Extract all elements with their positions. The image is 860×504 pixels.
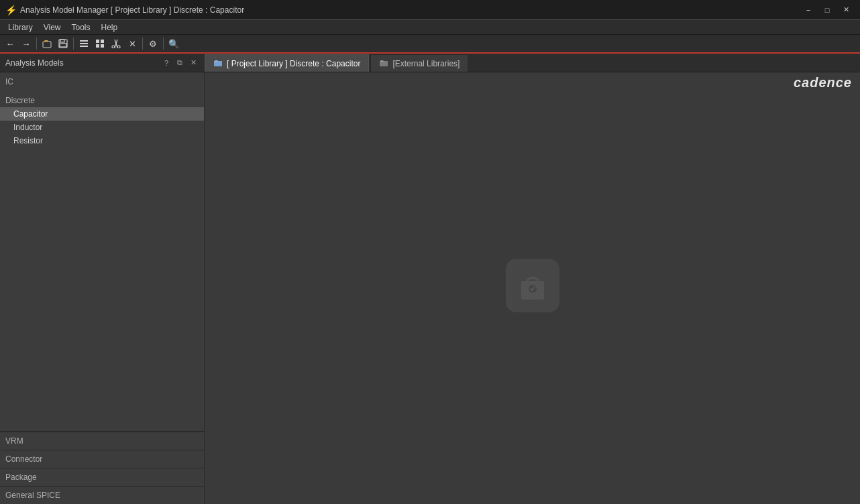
tab-project-library[interactable]: [ Project Library ] Discrete : Capacitor [205,54,369,72]
toolbar-list[interactable] [76,36,91,51]
category-vrm[interactable]: VRM [0,432,204,450]
toolbar-forward[interactable]: → [19,36,34,51]
tab-external-libraries[interactable]: [External Libraries] [370,54,468,72]
menu-help[interactable]: Help [96,21,123,34]
tree-item-inductor[interactable]: Inductor [0,121,204,134]
category-ic[interactable]: IC [0,75,204,88]
main-layout: Analysis Models ? ⧉ ✕ IC Discrete Capaci… [0,54,860,504]
menu-tools[interactable]: Tools [66,21,95,34]
tree-spacer-1 [0,88,204,94]
bottom-categories: VRM Connector Package General SPICE [0,431,204,504]
tab-label-1: [ Project Library ] Discrete : Capacitor [227,59,360,68]
watermark-area [506,259,559,318]
menu-view[interactable]: View [38,21,66,34]
toolbar-sep-4 [163,38,164,50]
svg-rect-10 [101,44,104,48]
toolbar-sep-3 [142,38,143,50]
watermark-icon [506,259,559,312]
toolbar-grid[interactable] [93,36,107,51]
svg-rect-7 [96,40,99,43]
sidebar: Analysis Models ? ⧉ ✕ IC Discrete Capaci… [0,54,205,504]
toolbar-settings[interactable]: ⚙ [146,36,160,51]
svg-point-14 [117,46,120,48]
svg-rect-8 [101,40,104,43]
sidebar-header: Analysis Models ? ⧉ ✕ [0,54,204,72]
toolbar-cut[interactable] [109,36,123,51]
minimize-button[interactable]: − [800,3,817,17]
content-area: [ Project Library ] Discrete : Capacitor… [205,54,860,504]
window-controls: − □ ✕ [800,3,855,17]
app-icon: ⚡ [5,5,16,15]
tree-item-resistor[interactable]: Resistor [0,134,204,147]
sidebar-controls: ? ⧉ ✕ [161,58,199,68]
toolbar-open[interactable] [40,36,54,51]
sidebar-help-button[interactable]: ? [161,58,172,68]
toolbar-save[interactable] [56,36,70,51]
menu-library[interactable]: Library [3,21,38,34]
tab-folder-icon-1 [213,58,223,69]
svg-rect-0 [43,42,51,48]
maximize-button[interactable]: □ [818,3,836,17]
toolbar-sep-2 [73,38,74,50]
cadence-logo: cadence [794,72,852,92]
category-general-spice[interactable]: General SPICE [0,486,204,504]
tab-folder-icon-2 [379,58,388,69]
content-panel: cadence [205,72,860,504]
sidebar-float-button[interactable]: ⧉ [174,58,185,68]
title-bar-text: Analysis Model Manager [ Project Library… [20,5,800,15]
svg-rect-15 [214,61,222,66]
sidebar-tree: IC Discrete Capacitor Inductor Resistor [0,72,204,431]
svg-rect-6 [80,46,88,47]
category-package[interactable]: Package [0,468,204,486]
toolbar-back[interactable]: ← [3,36,17,51]
sidebar-title: Analysis Models [5,58,64,68]
toolbar-close[interactable]: ✕ [125,36,140,51]
svg-point-13 [112,46,115,48]
svg-rect-5 [80,43,88,44]
tabs-bar: [ Project Library ] Discrete : Capacitor… [205,54,860,72]
svg-rect-16 [380,61,388,66]
tree-item-capacitor[interactable]: Capacitor [0,107,204,121]
category-connector[interactable]: Connector [0,450,204,468]
svg-rect-9 [96,44,99,48]
svg-rect-4 [80,40,88,42]
toolbar-search[interactable]: 🔍 [166,36,181,51]
title-bar: ⚡ Analysis Model Manager [ Project Libra… [0,0,860,20]
svg-rect-3 [60,44,66,47]
tab-label-2: [External Libraries] [392,59,460,68]
category-discrete[interactable]: Discrete [0,94,204,107]
toolbar-sep-1 [36,38,37,50]
svg-rect-2 [60,40,64,42]
close-button[interactable]: ✕ [837,3,855,17]
toolbar: ← → [0,35,860,54]
menu-bar: Library View Tools Help [0,20,860,35]
cadence-logo-text: cadence [794,75,852,90]
sidebar-close-button[interactable]: ✕ [188,58,199,68]
